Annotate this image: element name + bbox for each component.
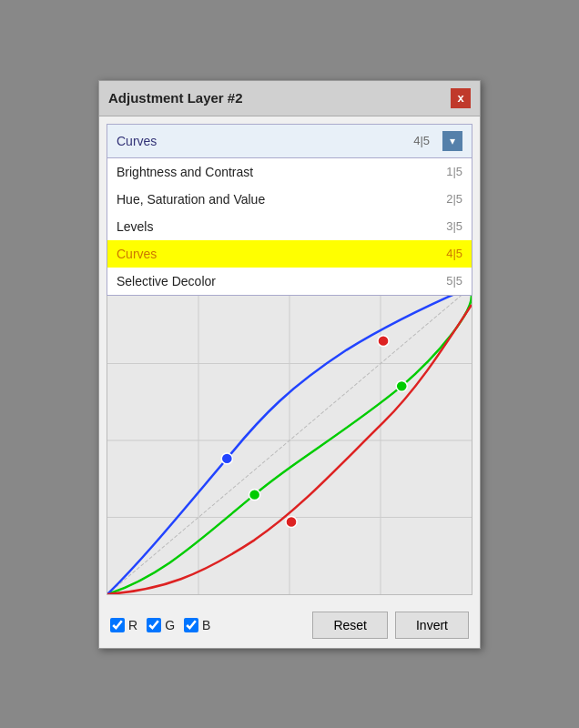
svg-point-7 [249, 489, 260, 500]
curves-chart[interactable] [107, 286, 472, 595]
dropdown-item[interactable]: Hue, Saturation and Value2|5 [107, 186, 472, 213]
channel-checkboxes: RGB [110, 618, 305, 632]
svg-point-11 [378, 335, 389, 346]
checkbox-g[interactable] [147, 618, 161, 632]
title-bar: Adjustment Layer #2 x [99, 81, 480, 116]
dropdown-item[interactable]: Selective Decolor5|5 [107, 268, 472, 295]
dropdown-item[interactable]: Brightness and Contrast1|5 [107, 158, 472, 186]
bottom-bar: RGB Reset Invert [99, 602, 480, 648]
dropdown-item[interactable]: Levels3|5 [107, 213, 472, 240]
dropdown-wrapper: Curves 4|5 ▾ Brightness and Contrast1|5H… [107, 124, 472, 158]
checkbox-label-r: R [128, 618, 137, 632]
dropdown-selected-label: Curves [117, 134, 157, 148]
checkbox-r[interactable] [110, 618, 125, 632]
svg-point-8 [396, 380, 407, 391]
window-title: Adjustment Layer #2 [108, 90, 243, 106]
checkbox-label-b: B [202, 618, 210, 632]
dropdown-list: Brightness and Contrast1|5Hue, Saturatio… [107, 157, 472, 296]
channel-checkbox-b[interactable]: B [184, 618, 210, 632]
checkbox-b[interactable] [184, 618, 198, 632]
dropdown-selected-badge: 4|5 [413, 134, 430, 147]
curves-svg [107, 287, 472, 594]
checkbox-label-g: G [165, 618, 175, 632]
svg-point-10 [286, 516, 297, 527]
dropdown-arrow-icon[interactable]: ▾ [442, 131, 462, 151]
dropdown-header[interactable]: Curves 4|5 ▾ [107, 125, 472, 157]
invert-button[interactable]: Invert [395, 612, 469, 639]
adjustment-layer-window: Adjustment Layer #2 x Curves 4|5 ▾ Brigh… [98, 80, 481, 649]
channel-checkbox-g[interactable]: G [147, 618, 175, 632]
svg-point-9 [221, 452, 232, 463]
dropdown-item[interactable]: Curves4|5 [107, 240, 472, 268]
channel-checkbox-r[interactable]: R [110, 618, 137, 632]
reset-button[interactable]: Reset [312, 612, 388, 639]
close-button[interactable]: x [451, 88, 471, 108]
